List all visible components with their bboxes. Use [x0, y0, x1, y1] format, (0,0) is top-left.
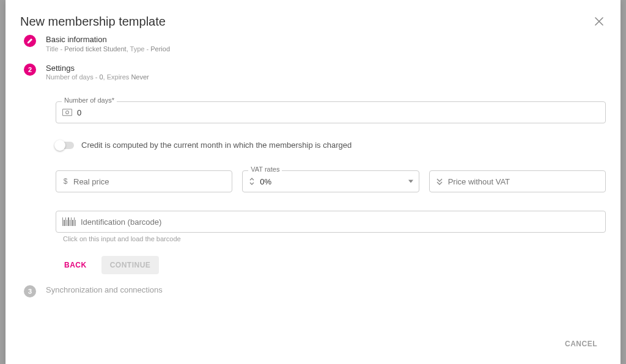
step-button-row: BACK CONTINUE: [56, 256, 606, 274]
real-price-field[interactable]: $: [56, 170, 232, 192]
modal-footer: CANCEL: [6, 326, 620, 364]
vat-value: 0%: [260, 177, 271, 186]
step-badge-inactive: 3: [24, 285, 36, 297]
credit-toggle-row: Credit is computed by the current month …: [56, 140, 606, 150]
settings-form: Number of days* Credit is computed by th…: [46, 81, 606, 274]
step-badge-done: [24, 35, 36, 47]
up-down-chevron-icon: [249, 177, 255, 186]
step-title: Synchronization and connections: [46, 285, 606, 295]
step-synchronization: 3 Synchronization and connections: [20, 285, 606, 306]
chevron-down-icon: [408, 180, 413, 183]
double-down-chevron-icon: [436, 177, 443, 186]
step-settings: 2 Settings Number of days - 0, Expires N…: [20, 64, 606, 286]
svg-point-1: [66, 111, 69, 114]
banknote-icon: [62, 108, 72, 117]
vat-rates-field[interactable]: VAT rates 0%: [242, 170, 419, 192]
modal-dialog: New membership template Basic informatio…: [6, 0, 620, 364]
step-subtitle: Title - Period ticket Student, Type - Pe…: [46, 45, 606, 53]
barcode-icon: [62, 217, 76, 226]
barcode-helper-text: Click on this input and load the barcode: [56, 235, 606, 242]
edit-icon: [27, 38, 33, 44]
step-subtitle: Number of days - 0, Expires Never: [46, 73, 606, 81]
credit-toggle[interactable]: [56, 142, 74, 149]
barcode-input[interactable]: [81, 211, 599, 232]
field-label: Number of days*: [62, 96, 117, 104]
modal-body: Basic information Title - Period ticket …: [6, 35, 620, 326]
step-title: Basic information: [46, 35, 606, 45]
svg-text:$: $: [64, 177, 68, 186]
cancel-button[interactable]: CANCEL: [556, 335, 606, 353]
number-of-days-field[interactable]: Number of days*: [56, 101, 606, 123]
back-button[interactable]: BACK: [56, 256, 95, 274]
step-badge-active: 2: [24, 64, 36, 76]
step-basic-information[interactable]: Basic information Title - Period ticket …: [20, 35, 606, 64]
close-button[interactable]: [595, 16, 603, 27]
modal-title: New membership template: [20, 15, 166, 29]
modal-header: New membership template: [6, 0, 620, 35]
field-label: VAT rates: [248, 166, 282, 173]
price-without-vat-input[interactable]: [448, 171, 599, 192]
step-title: Settings: [46, 64, 606, 73]
identification-barcode-field[interactable]: [56, 211, 606, 233]
credit-toggle-label: Credit is computed by the current month …: [81, 140, 352, 150]
price-without-vat-field[interactable]: [429, 170, 606, 192]
real-price-input[interactable]: [73, 171, 226, 192]
continue-button[interactable]: CONTINUE: [101, 256, 160, 274]
svg-rect-0: [62, 109, 72, 115]
dollar-icon: $: [62, 177, 68, 186]
number-of-days-input[interactable]: [77, 102, 599, 123]
close-icon: [595, 17, 603, 26]
